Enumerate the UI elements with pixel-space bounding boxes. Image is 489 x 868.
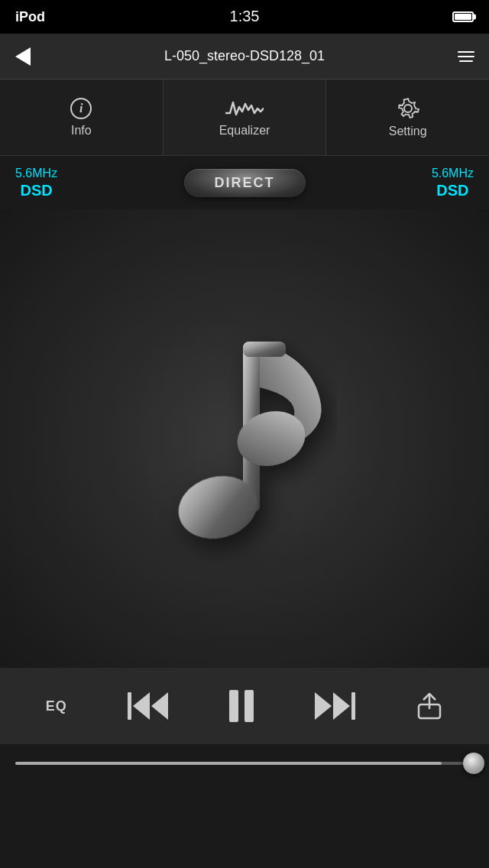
skip-next-icon xyxy=(315,692,355,720)
menu-line-2 xyxy=(458,56,474,57)
playlist-button[interactable] xyxy=(443,34,489,79)
tab-bar: i Info Equalizer Setting xyxy=(0,79,489,156)
right-type: DSD xyxy=(436,182,468,199)
equalizer-icon xyxy=(225,98,264,119)
svg-rect-4 xyxy=(243,342,286,357)
direct-button[interactable]: DIRECT xyxy=(184,169,306,197)
pause-button[interactable] xyxy=(229,690,254,722)
battery-fill xyxy=(455,14,471,20)
progress-fill xyxy=(15,762,442,765)
progress-thumb[interactable] xyxy=(463,753,484,774)
share-button[interactable] xyxy=(416,692,443,720)
share-icon xyxy=(416,692,443,720)
right-freq: 5.6MHz xyxy=(432,167,474,180)
status-time: 1:35 xyxy=(230,8,260,25)
pause-icon xyxy=(229,690,254,722)
format-row: 5.6MHz DSD DIRECT 5.6MHz DSD xyxy=(0,156,489,209)
battery-icon xyxy=(452,11,474,22)
status-carrier: iPod xyxy=(15,9,45,25)
right-format-info: 5.6MHz DSD xyxy=(432,167,474,199)
prev-button[interactable] xyxy=(128,692,168,720)
status-bar: iPod 1:35 xyxy=(0,0,489,34)
progress-bar-container[interactable] xyxy=(0,744,489,782)
tab-info-label: Info xyxy=(71,124,92,138)
music-note-icon xyxy=(115,286,374,591)
left-type: DSD xyxy=(20,182,52,199)
tab-equalizer[interactable]: Equalizer xyxy=(163,79,327,155)
left-freq: 5.6MHz xyxy=(15,167,57,180)
tab-equalizer-label: Equalizer xyxy=(219,124,270,138)
next-button[interactable] xyxy=(315,692,355,720)
skip-previous-icon xyxy=(128,692,168,720)
controls-bar: EQ xyxy=(0,668,489,744)
tab-setting-label: Setting xyxy=(389,125,427,138)
back-chevron-icon xyxy=(15,47,31,66)
gear-icon xyxy=(397,97,419,120)
track-title: L-050_stereo-DSD128_01 xyxy=(46,48,443,64)
back-button[interactable] xyxy=(0,34,46,79)
eq-button[interactable]: EQ xyxy=(46,698,67,714)
info-icon: i xyxy=(70,98,92,119)
menu-line-3 xyxy=(459,60,473,62)
tab-setting[interactable]: Setting xyxy=(326,79,489,155)
navigation-bar: L-050_stereo-DSD128_01 xyxy=(0,34,489,79)
album-art xyxy=(0,209,489,668)
tab-info[interactable]: i Info xyxy=(0,79,163,155)
progress-track[interactable] xyxy=(15,762,474,765)
svg-point-0 xyxy=(404,105,412,112)
menu-line-1 xyxy=(458,51,474,53)
left-format-info: 5.6MHz DSD xyxy=(15,167,57,199)
